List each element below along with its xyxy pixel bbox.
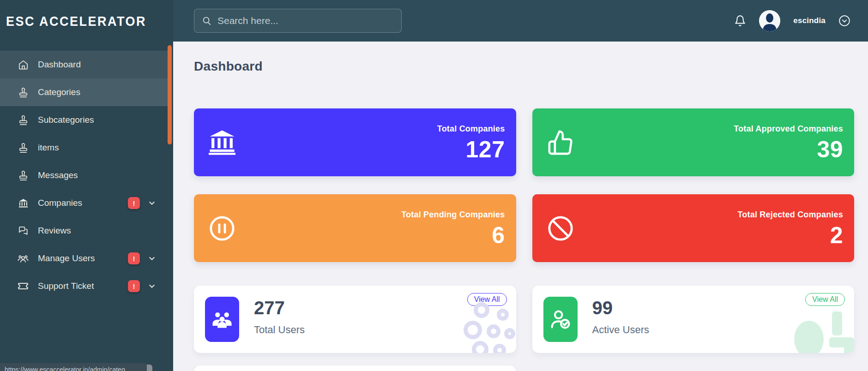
stat-label: Total Rejected Companies	[737, 210, 843, 220]
view-all-total-users-button[interactable]: View All	[467, 293, 507, 306]
topbar-right: escindia	[734, 10, 868, 31]
sidebar-item-label: Categories	[38, 87, 80, 97]
sidebar-item-label: Companies	[38, 198, 82, 208]
app-logo: ESC ACCELERATOR	[0, 0, 173, 30]
sidebar-item-label: Dashboard	[38, 60, 81, 70]
app-window: escindia ESC ACCELERATOR Dashboard Categ…	[0, 0, 868, 371]
search-box[interactable]	[194, 9, 402, 33]
users-grid: 277 Total Users View All	[194, 286, 854, 353]
home-icon	[18, 60, 29, 70]
ticket-icon	[18, 281, 29, 292]
avatar[interactable]	[759, 10, 780, 31]
sidebar-item-support-ticket[interactable]: Support Ticket !	[0, 272, 168, 300]
sidebar-item-reviews[interactable]: Reviews	[0, 217, 168, 245]
chevron-down-circle-icon[interactable]	[838, 15, 850, 27]
stat-card-approved-companies[interactable]: Total Approved Companies 39	[532, 108, 855, 176]
bell-icon[interactable]	[734, 15, 746, 27]
status-url-text: https://www.escaccelerator.in/admin/cate…	[5, 366, 125, 371]
thumbs-up-icon	[547, 129, 574, 156]
sidebar-scrollbar[interactable]	[168, 45, 172, 144]
alert-badge: !	[128, 252, 140, 264]
sidebar-nav: Dashboard Categories Subcategories items	[0, 51, 168, 300]
user-check-icon	[543, 297, 578, 342]
stamp-icon	[18, 143, 29, 153]
active-users-card: 99 Active Users View All	[532, 286, 855, 353]
sidebar-item-label: Support Ticket	[38, 281, 94, 291]
stat-value: 2	[830, 222, 843, 249]
chat-icon	[18, 226, 29, 236]
sidebar-item-manage-users[interactable]: Manage Users !	[0, 245, 168, 272]
stats-grid: Total Companies 127 Total Approved Compa…	[194, 108, 854, 262]
pause-circle-icon	[209, 215, 235, 242]
stat-card-pending-companies[interactable]: Total Pending Companies 6	[194, 194, 516, 262]
sidebar-item-messages[interactable]: Messages	[0, 162, 168, 189]
topbar: escindia	[173, 0, 868, 42]
chevron-down-icon[interactable]	[148, 255, 156, 262]
sidebar-item-dashboard[interactable]: Dashboard	[0, 51, 168, 78]
stat-label: Total Pending Companies	[401, 210, 505, 220]
bank-icon	[18, 198, 29, 209]
users-icon	[18, 253, 29, 264]
page-title: Dashboard	[194, 59, 854, 74]
stat-value: 6	[492, 222, 505, 249]
active-users-label: Active Users	[592, 324, 649, 336]
total-users-value: 277	[254, 298, 305, 318]
view-all-active-users-button[interactable]: View All	[805, 293, 845, 306]
sidebar-item-subcategories[interactable]: Subcategories	[0, 106, 168, 134]
sidebar-item-companies[interactable]: Companies !	[0, 189, 168, 217]
bank-icon	[209, 130, 235, 155]
main-content: Dashboard Total Companies 127 Total Appr…	[173, 42, 868, 371]
sidebar-item-items[interactable]: items	[0, 134, 168, 162]
next-card-partial	[194, 365, 516, 371]
stat-card-total-companies[interactable]: Total Companies 127	[194, 108, 516, 176]
sidebar-item-label: Messages	[38, 170, 78, 180]
stat-card-rejected-companies[interactable]: Total Rejected Companies 2	[532, 194, 855, 262]
active-users-value: 99	[592, 298, 649, 318]
sidebar: ESC ACCELERATOR Dashboard Categories Sub…	[0, 0, 173, 371]
sidebar-item-label: Manage Users	[38, 253, 95, 263]
alert-badge: !	[128, 197, 140, 209]
search-input[interactable]	[217, 15, 394, 26]
sidebar-item-label: items	[38, 143, 59, 153]
alert-badge: !	[128, 280, 140, 292]
sidebar-item-label: Reviews	[38, 226, 71, 236]
sidebar-item-categories[interactable]: Categories	[0, 78, 168, 106]
stamp-icon	[18, 87, 29, 98]
status-url-tooltip: https://www.escaccelerator.in/admin/cate…	[0, 363, 147, 371]
ban-icon	[547, 215, 574, 242]
users-group-icon	[205, 297, 239, 342]
decorative-shapes	[794, 302, 854, 353]
stamp-icon	[18, 170, 29, 181]
stamp-icon	[18, 115, 29, 126]
chevron-down-icon[interactable]	[148, 199, 156, 207]
chevron-down-icon[interactable]	[148, 282, 156, 290]
total-users-label: Total Users	[254, 324, 305, 336]
stat-value: 39	[817, 136, 843, 163]
stat-label: Total Approved Companies	[734, 124, 843, 134]
username[interactable]: escindia	[793, 16, 826, 25]
stat-label: Total Companies	[437, 124, 505, 134]
stat-value: 127	[466, 136, 505, 163]
search-icon	[202, 16, 212, 26]
decorative-circles	[461, 302, 516, 353]
sidebar-item-label: Subcategories	[38, 115, 94, 125]
total-users-card: 277 Total Users View All	[194, 286, 516, 353]
